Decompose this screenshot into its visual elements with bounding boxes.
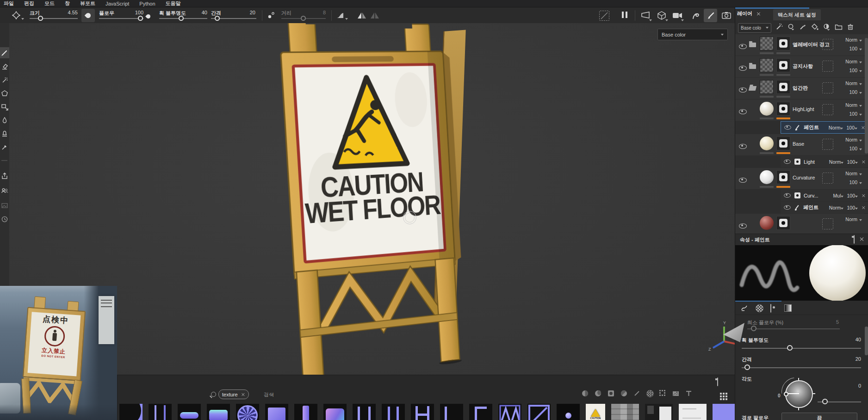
- blend-mode[interactable]: Norm: [845, 102, 862, 108]
- asset-thumbnail[interactable]: [469, 404, 492, 420]
- visibility-toggle-icon[interactable]: [739, 144, 747, 149]
- properties-close-icon[interactable]: [859, 237, 864, 241]
- asset-thumbnail[interactable]: [323, 404, 347, 420]
- layer-thumbnail[interactable]: [760, 170, 774, 184]
- asset-thumbnail[interactable]: [119, 404, 143, 420]
- flow-slider[interactable]: [99, 18, 143, 19]
- visibility-toggle-icon[interactable]: [739, 44, 747, 49]
- perspective-chevron-icon[interactable]: [649, 19, 652, 21]
- mask-thumbnail[interactable]: [776, 102, 790, 116]
- asset-thumbnail[interactable]: [498, 404, 521, 420]
- effect-slot[interactable]: [822, 139, 833, 150]
- effect-slot[interactable]: [822, 82, 833, 93]
- opacity-value[interactable]: 100: [849, 46, 862, 51]
- blend-mode[interactable]: Norm: [845, 171, 862, 176]
- mask-thumbnail[interactable]: [776, 80, 790, 94]
- layer-row-highlight[interactable]: HighLight Norm 100: [735, 99, 868, 121]
- sublayer-paint-selected[interactable]: 페인트 Norm 100: [781, 121, 868, 134]
- history-tool-icon[interactable]: [1, 216, 8, 223]
- menu-help[interactable]: 도움말: [166, 0, 181, 7]
- blend-mode[interactable]: Norm: [845, 59, 862, 64]
- pause-icon[interactable]: [622, 12, 627, 20]
- filter-material-icon[interactable]: [582, 390, 589, 397]
- asset-thumbnail[interactable]: [236, 404, 259, 420]
- properties-expand-icon[interactable]: [854, 235, 855, 244]
- filter-font-icon[interactable]: [685, 390, 692, 397]
- mask-thumbnail[interactable]: [776, 58, 790, 72]
- add-paint-layer-icon[interactable]: [799, 23, 806, 32]
- asset-thumbnail[interactable]: [611, 404, 639, 420]
- layer-thumbnail[interactable]: [760, 58, 774, 72]
- brush-preset-icon[interactable]: [12, 11, 20, 21]
- blend-mode[interactable]: Norm: [845, 216, 862, 222]
- visibility-toggle-icon[interactable]: [784, 125, 791, 130]
- visibility-toggle-icon[interactable]: [739, 66, 747, 71]
- asset-thumbnail[interactable]: [679, 404, 707, 420]
- layer-row-signboard[interactable]: 입간판 Norm 100: [735, 78, 868, 99]
- camera-chevron-icon[interactable]: [681, 19, 684, 21]
- opacity-value[interactable]: 100: [849, 89, 862, 95]
- asset-thumbnail[interactable]: [382, 404, 405, 420]
- layer-row-elevator-warning[interactable]: 엘레베이터 경고 Norm 100: [735, 34, 868, 56]
- remove-sublayer-icon[interactable]: [862, 194, 865, 198]
- angle-slider[interactable]: [818, 401, 861, 402]
- quick-select-tool-icon[interactable]: [1, 104, 8, 111]
- search-placeholder[interactable]: 검색: [264, 391, 274, 398]
- menu-viewport[interactable]: 뷰포트: [80, 0, 95, 7]
- grid-view-icon[interactable]: [720, 393, 722, 395]
- tab-close-icon[interactable]: [756, 12, 761, 16]
- visibility-toggle-icon[interactable]: [784, 193, 790, 198]
- viewport-3d[interactable]: CAUTION WET FLOOR Base color Y: [9, 23, 735, 375]
- polygon-fill-tool-icon[interactable]: [1, 90, 8, 97]
- effect-wand-icon[interactable]: [775, 23, 783, 32]
- layer-thumbnail[interactable]: [760, 37, 774, 50]
- visibility-toggle-icon[interactable]: [784, 160, 790, 164]
- blend-mode[interactable]: Norm: [845, 37, 862, 43]
- blend-mode[interactable]: Norm: [829, 159, 844, 165]
- menu-mode[interactable]: 모드: [44, 0, 55, 7]
- prop-spacing-slider[interactable]: [742, 367, 861, 368]
- filter-brush-icon[interactable]: [633, 390, 640, 397]
- visibility-toggle-icon[interactable]: [739, 87, 747, 93]
- mask-thumbnail[interactable]: [776, 170, 790, 184]
- opacity-value[interactable]: 100: [847, 205, 858, 210]
- menu-file[interactable]: 파일: [4, 0, 14, 7]
- falloff-chevron-icon[interactable]: [345, 18, 348, 20]
- mask-thumbnail[interactable]: [776, 136, 790, 150]
- opacity-value[interactable]: 100: [847, 193, 858, 198]
- blend-mode[interactable]: Norm: [829, 205, 844, 210]
- opacity-value[interactable]: 100: [849, 111, 862, 117]
- asset-thumbnail[interactable]: [557, 404, 580, 420]
- effect-slot[interactable]: [822, 39, 833, 50]
- follow-path-button[interactable]: 끔: [781, 413, 857, 420]
- asset-thumbnail[interactable]: CAUTION WET FLOOR: [586, 404, 605, 420]
- tab-alpha-icon[interactable]: [756, 304, 763, 312]
- fill-bucket-icon[interactable]: [811, 23, 818, 32]
- asset-thumbnail[interactable]: [645, 404, 673, 420]
- asset-thumbnail[interactable]: [440, 404, 463, 420]
- remove-sublayer-icon[interactable]: [862, 160, 865, 164]
- menu-javascript[interactable]: JavaScript: [105, 1, 129, 6]
- opacity-value[interactable]: 100: [847, 159, 858, 165]
- brush-tip2-icon[interactable]: [146, 12, 150, 20]
- mask-thumbnail[interactable]: [776, 216, 790, 230]
- clone-stamp-tool-icon[interactable]: [1, 130, 8, 137]
- filter-procedural-icon[interactable]: [659, 390, 666, 397]
- snapshot-camera-icon[interactable]: [722, 12, 731, 21]
- projection-tool-icon[interactable]: [1, 77, 8, 84]
- paint-brush-tool-icon[interactable]: [1, 49, 8, 56]
- menu-python[interactable]: Python: [139, 1, 155, 6]
- mesh-chevron-icon[interactable]: [665, 19, 668, 21]
- sublayer-paint2[interactable]: 페인트 Norm 100: [781, 202, 868, 213]
- visibility-toggle-icon[interactable]: [784, 205, 790, 210]
- layers-scrollbar-thumb[interactable]: [865, 38, 868, 154]
- channel-dropdown[interactable]: Base colo: [738, 23, 771, 33]
- material-picker-tool-icon[interactable]: [1, 143, 8, 151]
- asset-thumbnail[interactable]: [411, 404, 434, 420]
- eraser-tool-icon[interactable]: [1, 63, 8, 70]
- filter-environment-icon[interactable]: [672, 390, 679, 397]
- layer-row-partial[interactable]: Norm: [735, 214, 868, 234]
- visibility-toggle-icon[interactable]: [739, 178, 747, 183]
- blend-mode[interactable]: Mul: [833, 193, 844, 198]
- tab-stencil-icon[interactable]: [770, 304, 771, 313]
